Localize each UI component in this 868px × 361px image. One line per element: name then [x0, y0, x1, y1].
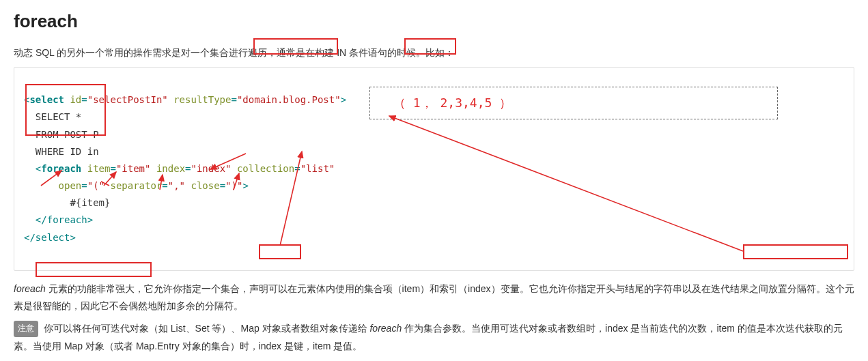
- paragraph-foreach-desc: foreach 元素的功能非常强大，它允许你指定一个集合，声明可以在元素体内使用…: [14, 280, 854, 315]
- intro-text-2: 通常是在构建: [277, 47, 334, 58]
- highlight-in-condition: IN 条件语: [334, 47, 378, 58]
- code-line-sql-select: SELECT *: [24, 111, 81, 122]
- intro-text-3: 句的时候。比如：: [378, 47, 454, 58]
- highlight-head-tail-string: 开头与结尾的字符串以: [596, 283, 692, 294]
- highlight-collection-traverse: 个集合进行遍历，: [200, 47, 277, 58]
- annotation-value: （ 1， 2,3,4,5 ）: [393, 92, 512, 114]
- italic-foreach: foreach: [14, 283, 46, 294]
- intro-paragraph: 动态 SQL 的另外一个常用的操作需求是对一个集合进行遍历，通常是在构建 IN …: [14, 44, 854, 61]
- annotation-dashed-box: （ 1， 2,3,4,5 ）: [369, 87, 778, 119]
- paragraph-note: 注意 你可以将任何可迭代对象（如 List、Set 等）、Map 对象或者数组对…: [14, 320, 854, 354]
- code-line-select-close: </select>: [24, 232, 76, 243]
- note-badge: 注意: [14, 321, 38, 337]
- code-line-foreach-attrs2: open="(" separator="," close=")">: [24, 180, 249, 191]
- code-block: <select id="selectPostIn" resultType="do…: [14, 67, 854, 271]
- code-line-select-open: <select id="selectPostIn" resultType="do…: [24, 94, 346, 105]
- highlight-separator: 迭代结果之间放置分隔符: [711, 283, 816, 294]
- code-line-foreach-open: <foreach item="item" index="index" colle…: [24, 163, 335, 174]
- intro-text-1: 动态 SQL 的另外一个常用的操作需求是对一: [14, 47, 200, 58]
- code-line-sql-where: WHERE ID in: [24, 146, 99, 157]
- code-line-item: #{item}: [24, 197, 110, 208]
- highlight-a-collection: 一个集合: [201, 283, 240, 294]
- page-title: foreach: [14, 5, 854, 38]
- code-line-sql-from: FROM POST P: [24, 129, 99, 140]
- code-line-foreach-close: </foreach>: [24, 214, 93, 225]
